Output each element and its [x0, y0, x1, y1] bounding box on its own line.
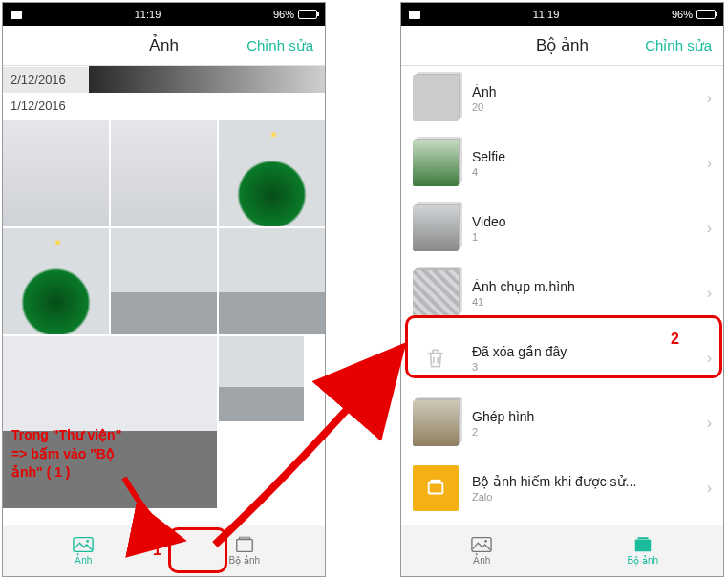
album-item-screenshots[interactable]: Ảnh chụp m.hình 41 › [401, 261, 723, 326]
photo-thumb[interactable] [111, 228, 217, 334]
album-thumb [413, 75, 459, 121]
svg-rect-0 [74, 538, 93, 552]
bottom-tabs: Ảnh Bộ ảnh [3, 525, 325, 576]
svg-rect-3 [239, 537, 249, 539]
album-item-collage[interactable]: Ghép hình 2 › [401, 391, 723, 456]
album-count: Zalo [472, 491, 694, 503]
chevron-right-icon: › [707, 155, 712, 172]
svg-rect-2 [237, 540, 253, 552]
album-name: Đã xóa gần đây [472, 344, 694, 359]
chevron-right-icon: › [707, 90, 712, 107]
album-count: 20 [472, 101, 694, 113]
status-time: 11:19 [135, 9, 161, 20]
photo-thumb-large[interactable] [3, 336, 217, 508]
chevron-right-icon: › [707, 415, 712, 432]
tab-label: Ảnh [473, 555, 490, 566]
album-count: 41 [472, 296, 694, 308]
album-count: 2 [472, 426, 694, 438]
album-item-video[interactable]: Video 1 › [401, 196, 723, 261]
svg-rect-5 [431, 481, 439, 482]
tab-photos[interactable]: Ảnh [401, 525, 563, 576]
status-time: 11:19 [533, 9, 560, 20]
svg-rect-6 [472, 538, 491, 552]
photo-thumb[interactable] [111, 120, 217, 226]
bottom-tabs: Ảnh Bộ ảnh [401, 525, 723, 576]
battery-icon [298, 10, 317, 19]
svg-point-7 [484, 540, 487, 543]
tab-albums[interactable]: Bộ ảnh [563, 525, 724, 576]
phone-right: 11:19 96% Bộ ảnh Chỉnh sửa Ảnh 20 › Self… [400, 2, 724, 577]
status-battery-pct: 96% [273, 9, 294, 20]
sim-icon [409, 11, 420, 19]
tab-label: Ảnh [75, 555, 92, 566]
edit-button[interactable]: Chỉnh sửa [246, 37, 313, 54]
annotation-marker-1: 1 [153, 542, 161, 559]
album-name: Ghép hình [472, 409, 694, 424]
photo-grid [3, 120, 325, 334]
svg-rect-9 [637, 537, 648, 539]
status-battery-pct: 96% [672, 9, 693, 20]
album-thumb [413, 400, 459, 446]
instr-line: ảnh" ( 1 ) [11, 464, 71, 480]
tab-photos[interactable]: Ảnh [3, 525, 164, 576]
svg-point-1 [86, 540, 89, 543]
photos-icon [471, 536, 492, 553]
date-section-1: 2/12/2016 [3, 66, 325, 93]
svg-rect-4 [429, 483, 443, 494]
albums-icon [632, 536, 653, 553]
album-item-photos[interactable]: Ảnh 20 › [401, 66, 723, 131]
svg-rect-8 [635, 540, 652, 552]
album-item-selfie[interactable]: Selfie 4 › [401, 131, 723, 196]
photo-thumb[interactable] [219, 228, 325, 334]
album-name: Video [472, 214, 694, 229]
tab-label: Bộ ảnh [228, 555, 260, 566]
date-label: 2/12/2016 [3, 67, 89, 93]
battery-icon [696, 10, 716, 19]
album-thumb [413, 205, 459, 251]
date-label: 1/12/2016 [3, 93, 325, 118]
instr-line: => bấm vào "Bộ [11, 446, 115, 461]
album-count: 1 [472, 231, 694, 243]
album-thumb [413, 140, 459, 186]
header: Ảnh Chỉnh sửa [3, 26, 325, 66]
instruction-text: Trong "Thư viện" => bấm vào "Bộ ảnh" ( 1… [11, 426, 121, 482]
annotation-marker-2: 2 [671, 331, 679, 348]
photos-icon [73, 536, 94, 553]
album-thumb-rare [413, 465, 459, 511]
album-name: Ảnh chụp m.hình [472, 279, 694, 294]
instr-line: Trong "Thư viện" [11, 427, 121, 442]
album-name: Bộ ảnh hiếm khi được sử... [472, 474, 694, 489]
chevron-right-icon: › [707, 480, 712, 497]
album-item-rarely-used[interactable]: Bộ ảnh hiếm khi được sử... Zalo › [401, 456, 723, 521]
photo-grid-large [3, 336, 325, 508]
photo-thumb[interactable] [3, 120, 109, 226]
edit-button[interactable]: Chỉnh sửa [645, 37, 712, 54]
chevron-right-icon: › [707, 220, 712, 237]
album-count: 4 [472, 166, 694, 178]
album-count: 3 [472, 361, 694, 373]
album-name: Ảnh [472, 84, 694, 99]
sim-icon [11, 11, 22, 19]
albums-icon [234, 536, 255, 553]
photo-thumb[interactable] [219, 120, 325, 226]
status-bar: 11:19 96% [401, 3, 723, 26]
tab-albums[interactable]: Bộ ảnh [164, 525, 326, 576]
photo-thumb[interactable] [219, 336, 304, 421]
trash-icon [413, 335, 459, 381]
album-thumb [413, 270, 459, 316]
photo-thumb[interactable] [3, 228, 109, 334]
chevron-right-icon: › [707, 350, 712, 367]
phone-left: 11:19 96% Ảnh Chỉnh sửa 2/12/2016 1/12/2… [2, 2, 326, 577]
header: Bộ ảnh Chỉnh sửa [401, 26, 723, 66]
album-list: Ảnh 20 › Selfie 4 › Video 1 › Ảnh chụp m… [401, 66, 723, 525]
album-name: Selfie [472, 149, 694, 164]
status-bar: 11:19 96% [3, 3, 325, 26]
chevron-right-icon: › [707, 285, 712, 302]
tab-label: Bộ ảnh [627, 555, 658, 566]
